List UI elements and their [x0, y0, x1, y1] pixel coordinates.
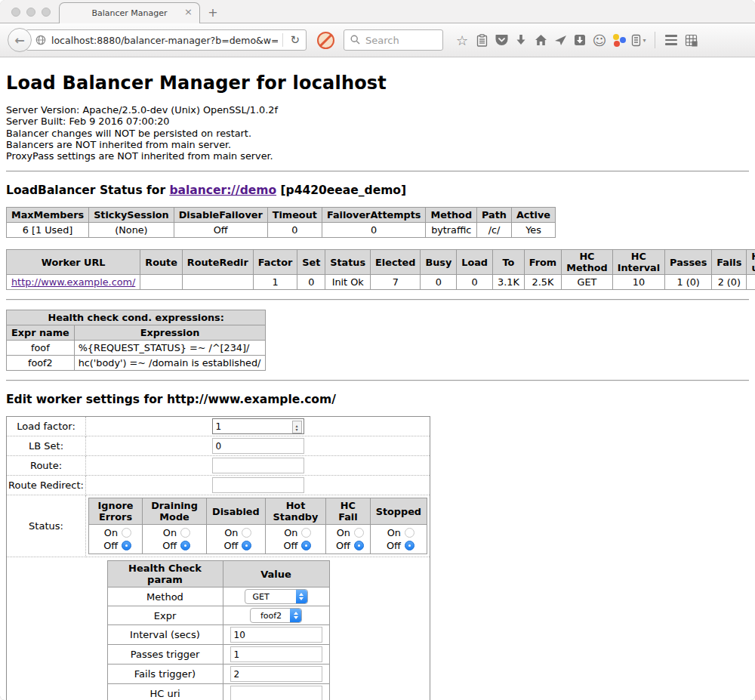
form-row-health-check: Health Check param Value Method GET [7, 557, 430, 700]
cell-hc-method: GET [562, 275, 613, 290]
table-row: HC uri [107, 684, 329, 700]
form-row-route: Route: [7, 456, 430, 476]
hc-passes-input[interactable] [230, 646, 322, 662]
form-row-lb-set: LB Set: [7, 436, 430, 456]
divider [6, 171, 749, 172]
draining-mode-on-radio[interactable] [180, 528, 190, 538]
hot-standby-on-radio[interactable] [301, 528, 311, 538]
table-header-row: Expr name Expression [7, 325, 266, 341]
tab-bar: Balancer Manager × + [0, 0, 755, 23]
off-label: Off [383, 539, 401, 552]
col-method: Method [426, 208, 477, 223]
inherit-note-line: Balancers are NOT inherited from main se… [6, 139, 749, 150]
col-failoverattempts: FailoverAttempts [322, 208, 426, 223]
grid-tiles-icon[interactable] [681, 34, 701, 47]
cell-failoverattempts: 0 [322, 223, 426, 238]
container-tab-icon[interactable]: ▾ [629, 34, 649, 47]
cell-expression: %{REQUEST_STATUS} =~ /^[234]/ [74, 341, 266, 356]
home-icon[interactable] [531, 34, 550, 46]
url-bar[interactable]: localhost:8880/balancer-manager?b=demo&w… [26, 29, 307, 51]
cell-active: Yes [511, 223, 555, 238]
select-stepper-icon [296, 590, 307, 603]
status-flags-table: Ignore Errors Draining Mode Disabled Hot… [88, 498, 427, 554]
balancer-demo-link[interactable]: balancer://demo [169, 183, 276, 197]
hc-uri-input[interactable] [230, 686, 322, 700]
balancer-status-table: MaxMembers StickySession DisableFailover… [6, 207, 556, 238]
hc-fails-input[interactable] [230, 666, 322, 682]
hc-expr-label: Expr [107, 606, 223, 625]
new-tab-button[interactable]: + [200, 2, 226, 23]
hc-expr-select[interactable]: foof2 [250, 608, 302, 623]
cell-maxmembers: 6 [1 Used] [7, 223, 89, 238]
col-stickysession: StickySession [89, 208, 174, 223]
hc-uri-label: HC uri [107, 684, 223, 700]
col-hc-value: Value [223, 561, 329, 587]
load-factor-input[interactable] [212, 418, 304, 434]
col-hc-fail: HC Fail [326, 498, 371, 525]
reload-icon[interactable]: ↻ [288, 33, 302, 47]
worker-url-link[interactable]: http://www.example.com/ [11, 276, 135, 288]
col-to: To [493, 250, 525, 275]
hc-fail-on-radio[interactable] [354, 528, 364, 538]
search-bar[interactable]: Search [344, 29, 443, 51]
tab-balancer-manager[interactable]: Balancer Manager × [59, 2, 200, 23]
ignore-errors-off-radio[interactable] [122, 541, 131, 550]
hc-fail-off-radio[interactable] [354, 541, 364, 550]
form-row-route-redirect: Route Redirect: [7, 476, 430, 495]
cell-fails: 2 (0) [712, 275, 747, 290]
col-status: Status [325, 250, 371, 275]
hc-interval-input[interactable] [230, 627, 322, 643]
ignore-errors-on-radio[interactable] [122, 528, 131, 538]
off-label: Off [332, 539, 350, 552]
smiley-icon[interactable]: ☺ [590, 32, 609, 48]
status-label: Status: [7, 495, 86, 557]
off-label: Off [159, 539, 177, 552]
stopped-on-radio[interactable] [405, 528, 414, 538]
load-factor-stepper: ▴▾ [212, 418, 304, 434]
expr-table-title: Health check cond. expressions: [7, 310, 266, 325]
close-window-button[interactable] [11, 8, 20, 17]
cell-set: 0 [297, 275, 325, 290]
col-maxmembers: MaxMembers [7, 208, 89, 223]
extension-download-icon[interactable] [570, 34, 590, 46]
table-header-row: Worker URL Route RouteRedir Factor Set S… [7, 250, 755, 275]
cell-elected: 7 [371, 275, 421, 290]
disabled-off-radio[interactable] [242, 541, 251, 550]
route-redirect-input[interactable] [212, 477, 304, 493]
colored-dots-icon[interactable] [609, 33, 629, 47]
worker-settings-form: Load factor: ▴▾ LB Set: Route: Route Red… [6, 416, 430, 700]
disabled-on-radio[interactable] [242, 528, 251, 538]
health-check-expressions-table: Health check cond. expressions: Expr nam… [6, 310, 266, 371]
back-button[interactable]: ← [8, 28, 32, 52]
menu-hamburger-icon[interactable] [661, 35, 681, 45]
disabled-radios: On Off [207, 525, 266, 554]
clipboard-icon[interactable] [472, 34, 492, 47]
hc-method-selected-value: GET [245, 590, 296, 603]
url-divider [282, 33, 283, 47]
tab-close-icon[interactable]: × [184, 7, 193, 17]
off-label: Off [220, 539, 238, 552]
chevron-down-icon[interactable]: ▾ [643, 37, 646, 44]
on-label: On [383, 526, 401, 539]
number-spinner-icon[interactable]: ▴▾ [292, 421, 302, 433]
content-blocker-icon[interactable] [317, 32, 334, 49]
route-label: Route: [7, 456, 86, 476]
zoom-window-button[interactable] [42, 8, 51, 17]
bookmark-star-icon[interactable]: ☆ [452, 32, 472, 48]
cell-factor: 1 [253, 275, 297, 290]
stopped-off-radio[interactable] [405, 541, 414, 550]
route-input[interactable] [212, 458, 304, 473]
lb-set-input[interactable] [212, 438, 304, 454]
minimize-window-button[interactable] [26, 8, 35, 17]
send-plane-icon[interactable] [550, 35, 570, 46]
hot-standby-off-radio[interactable] [301, 541, 311, 550]
col-draining-mode: Draining Mode [143, 498, 207, 525]
cell-hc-interval: 10 [612, 275, 664, 290]
draining-mode-off-radio[interactable] [180, 541, 190, 550]
pocket-icon[interactable] [492, 34, 511, 46]
url-text[interactable]: localhost:8880/balancer-manager?b=demo&w… [51, 35, 278, 46]
table-row: http://www.example.com/ 1 0 Init Ok 7 0 … [7, 275, 755, 290]
hc-method-select[interactable]: GET [245, 589, 308, 604]
table-row: Expr foof2 [107, 606, 329, 625]
download-icon[interactable] [511, 34, 531, 46]
